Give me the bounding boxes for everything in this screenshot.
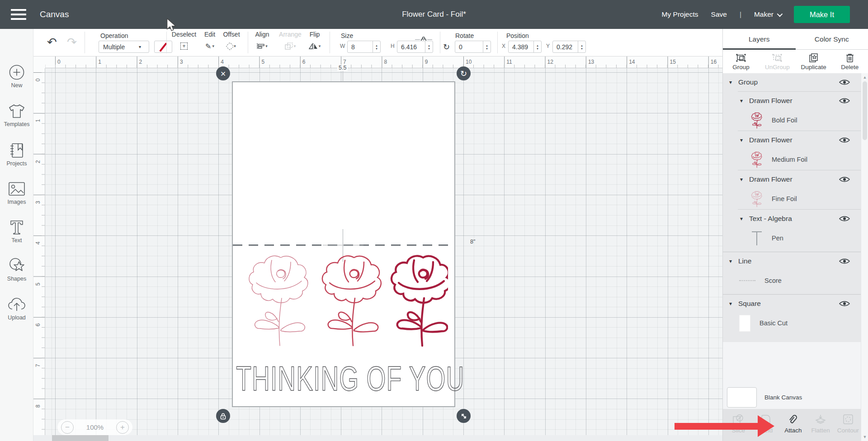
layer-square-header[interactable]: ▾ Square — [723, 295, 861, 313]
delete-button[interactable]: Delete — [832, 52, 868, 70]
deselect-button[interactable]: Deselect + — [170, 31, 198, 52]
group-button[interactable]: Group — [723, 52, 759, 70]
zoom-in-button[interactable]: + — [116, 421, 129, 434]
layer-drawn-flower-3[interactable]: ▾ Drawn Flower — [723, 170, 861, 188]
caret-down-icon[interactable]: ▾ — [740, 176, 746, 183]
color-swatch-button[interactable] — [154, 41, 172, 53]
layer-fine-foil[interactable]: Fine Foil — [723, 188, 861, 209]
position-y-stepper[interactable]: ▴▾ — [578, 41, 585, 52]
offset-icon: ▾ — [220, 40, 243, 52]
eye-visibility-icon[interactable] — [839, 258, 850, 264]
layer-score[interactable]: Score — [723, 270, 861, 291]
ruler-number: 5 — [262, 59, 265, 65]
sidebar-item-text[interactable]: Text — [0, 218, 33, 244]
height-stepper[interactable]: ▴▾ — [425, 41, 433, 52]
duplicate-button[interactable]: Duplicate — [796, 52, 832, 70]
caret-down-icon[interactable]: ▾ — [729, 300, 736, 307]
panel-scrollbar-thumb[interactable] — [863, 81, 867, 140]
eye-visibility-icon[interactable] — [839, 176, 850, 183]
sidebar-item-new[interactable]: New — [0, 63, 33, 89]
eye-visibility-icon[interactable] — [839, 98, 850, 104]
height-field-label: H — [391, 43, 395, 49]
sidebar-item-images[interactable]: Images — [0, 180, 33, 205]
operation-dropdown[interactable]: Multiple ▾ — [99, 41, 149, 53]
caret-down-icon[interactable]: ▾ — [729, 79, 736, 85]
selection-lock-handle[interactable] — [216, 409, 230, 423]
zoom-out-button[interactable]: − — [61, 421, 74, 434]
attach-button[interactable]: Attach — [779, 409, 807, 441]
panel-scrollbar[interactable]: ▲ ▼ — [861, 73, 868, 441]
flower-fine-foil[interactable] — [249, 256, 308, 346]
position-x-stepper[interactable]: ▴▾ — [533, 41, 541, 52]
rotate-label: Rotate — [455, 32, 474, 39]
rotate-input[interactable]: 0 ▴▾ — [455, 41, 491, 53]
caret-down-icon[interactable]: ▾ — [740, 216, 746, 222]
flower-medium-foil[interactable] — [322, 256, 381, 346]
sidebar-item-projects[interactable]: Projects — [0, 141, 33, 167]
redo-button[interactable]: ↷ — [67, 35, 77, 49]
ruler-number: 8 — [35, 403, 41, 409]
horizontal-scrollbar-thumb[interactable] — [52, 435, 108, 441]
ruler-number: 1 — [98, 59, 101, 65]
arrange-icon: ▾ — [276, 40, 304, 52]
eye-visibility-icon[interactable] — [839, 79, 850, 85]
position-y-input[interactable]: 0.292 ▴▾ — [552, 41, 586, 53]
flip-button[interactable]: Flip ▾ — [305, 31, 324, 52]
scroll-down-icon[interactable]: ▼ — [861, 435, 868, 439]
ruler-number: 9 — [425, 59, 428, 65]
horizontal-scrollbar[interactable] — [33, 435, 722, 441]
layer-line-header[interactable]: ▾ Line — [723, 252, 861, 270]
machine-select[interactable]: Maker — [754, 10, 781, 19]
eye-visibility-icon[interactable] — [839, 300, 850, 307]
tab-layers[interactable]: Layers — [723, 29, 796, 49]
selection-delete-handle[interactable]: × — [216, 66, 230, 80]
selection-resize-handle[interactable] — [457, 409, 471, 423]
layer-bold-foil[interactable]: Bold Foil — [723, 110, 861, 131]
layer-drawn-flower-1[interactable]: ▾ Drawn Flower — [723, 92, 861, 110]
position-x-input[interactable]: 4.389 ▴▾ — [508, 41, 542, 53]
layer-pen[interactable]: Pen — [723, 228, 861, 249]
selection-rotate-handle[interactable]: ↻ — [457, 66, 471, 80]
eye-visibility-icon[interactable] — [839, 137, 850, 143]
menu-hamburger-icon[interactable] — [11, 9, 26, 20]
card-sentiment-text[interactable]: THINKING OF YOU — [236, 359, 451, 398]
layer-medium-foil[interactable]: Medium Foil — [723, 149, 861, 170]
caret-down-icon[interactable]: ▾ — [740, 98, 746, 104]
offset-button[interactable]: Offset ▾ — [220, 31, 243, 52]
new-icon — [0, 63, 33, 81]
drawn-flowers-group[interactable] — [241, 253, 448, 348]
tab-color-sync[interactable]: Color Sync — [796, 29, 868, 49]
eye-visibility-icon[interactable] — [839, 216, 850, 222]
width-stepper[interactable]: ▴▾ — [373, 41, 380, 52]
ruler-number: 13 — [588, 59, 594, 65]
caret-down-icon[interactable]: ▾ — [729, 258, 736, 264]
save-link[interactable]: Save — [711, 10, 727, 19]
caret-down-icon[interactable]: ▾ — [740, 137, 746, 143]
ruler-number: 6 — [35, 322, 41, 328]
layer-text-algebra[interactable]: ▾ Text - Algebra — [723, 210, 861, 228]
ruler-number: 11 — [506, 59, 512, 65]
width-input[interactable]: 8 ▴▾ — [347, 41, 381, 53]
flower-bold-foil[interactable] — [392, 256, 448, 346]
rotate-stepper[interactable]: ▴▾ — [483, 41, 491, 52]
sidebar-item-upload[interactable]: Upload — [0, 296, 33, 321]
align-button[interactable]: Align ▾ — [251, 31, 274, 52]
sidebar-item-shapes[interactable]: Shapes — [0, 257, 33, 282]
undo-button[interactable]: ↶ — [47, 35, 57, 49]
selection-width-badge: 5.5 — [337, 65, 348, 71]
card-artboard[interactable]: THINKING OF YOU — [232, 81, 455, 407]
layer-drawn-flower-2[interactable]: ▾ Drawn Flower — [723, 131, 861, 149]
arrange-button: Arrange ▾ — [276, 31, 304, 52]
edit-button[interactable]: Edit ✎▾ — [200, 31, 220, 52]
layer-basic-cut[interactable]: Basic Cut — [723, 313, 861, 333]
my-projects-link[interactable]: My Projects — [662, 10, 698, 19]
scroll-up-icon[interactable]: ▲ — [861, 75, 868, 80]
blank-canvas-swatch[interactable] — [727, 387, 757, 408]
height-input[interactable]: 6.416 ▴▾ — [397, 41, 433, 53]
layer-group-header[interactable]: ▾ Group — [723, 73, 861, 91]
ruler-number: 1 — [35, 117, 41, 124]
make-it-button[interactable]: Make It — [794, 6, 850, 23]
images-icon — [0, 180, 33, 198]
design-canvas[interactable]: 012345678910111213141516 0123456789 5.5 … — [33, 56, 722, 441]
sidebar-item-templates[interactable]: Templates — [0, 102, 33, 127]
